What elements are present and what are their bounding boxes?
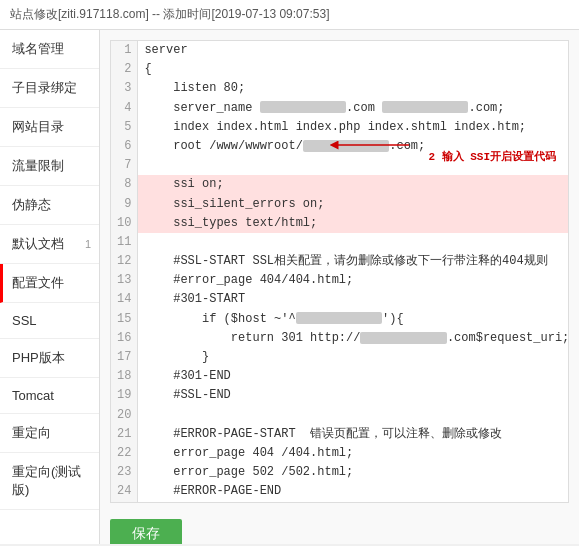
line-code: ssi on; [138,175,569,194]
sidebar-item-redirect-test[interactable]: 重定向(测试版) [0,453,99,510]
line-number: 5 [111,118,138,137]
sidebar: 域名管理子目录绑定网站目录流量限制伪静态默认文档1配置文件SSLPHP版本Tom… [0,30,100,544]
code-line-19: 19 #SSL-END [111,386,569,405]
code-line-21: 21 #ERROR-PAGE-START 错误页配置，可以注释、删除或修改 [111,425,569,444]
line-code: server_name .com .com; [138,99,569,118]
line-number: 1 [111,41,138,60]
code-line-13: 13 #error_page 404/404.html; [111,271,569,290]
line-number: 2 [111,60,138,79]
code-line-12: 12 #SSL-START SSL相关配置，请勿删除或修改下一行带注释的404规… [111,252,569,271]
line-code: error_page 502 /502.html; [138,463,569,482]
sidebar-item-traffic[interactable]: 流量限制 [0,147,99,186]
code-line-22: 22 error_page 404 /404.html; [111,444,569,463]
code-table: 1server2{3 listen 80;4 server_name .com … [111,41,569,502]
sidebar-item-domain[interactable]: 域名管理 [0,30,99,69]
line-number: 10 [111,214,138,233]
sidebar-item-tomcat[interactable]: Tomcat [0,378,99,414]
code-line-14: 14 #301-START [111,290,569,309]
sidebar-item-website[interactable]: 网站目录 [0,108,99,147]
line-number: 21 [111,425,138,444]
line-number: 22 [111,444,138,463]
code-line-16: 16 return 301 http:// .com$request_uri; [111,329,569,348]
code-line-15: 15 if ($host ~'^ '){ [111,310,569,329]
page-title: 站点修改[ziti.917118.com] -- 添加时间[2019-07-13… [10,7,329,21]
line-code: ssi_silent_errors on; [138,195,569,214]
line-code: { [138,60,569,79]
code-line-2: 2{ [111,60,569,79]
line-code [138,233,569,252]
line-code [138,406,569,425]
content-area: 1server2{3 listen 80;4 server_name .com … [100,30,579,544]
sidebar-item-pseudo[interactable]: 伪静态 [0,186,99,225]
line-number: 3 [111,79,138,98]
line-number: 15 [111,310,138,329]
line-code: ssi_types text/html; [138,214,569,233]
top-bar: 站点修改[ziti.917118.com] -- 添加时间[2019-07-13… [0,0,579,30]
line-number: 4 [111,99,138,118]
code-line-17: 17 } [111,348,569,367]
line-number: 18 [111,367,138,386]
line-number: 23 [111,463,138,482]
line-code: if ($host ~'^ '){ [138,310,569,329]
line-number: 24 [111,482,138,501]
line-number: 12 [111,252,138,271]
line-code: #error_page 404/404.html; [138,271,569,290]
line-code: listen 80; [138,79,569,98]
code-line-23: 23 error_page 502 /502.html; [111,463,569,482]
sidebar-item-php[interactable]: PHP版本 [0,339,99,378]
line-code: #ERROR-PAGE-END [138,482,569,501]
sidebar-item-ssl[interactable]: SSL [0,303,99,339]
code-line-10: 10 ssi_types text/html; [111,214,569,233]
line-number: 11 [111,233,138,252]
code-line-8: 8 ssi on; [111,175,569,194]
line-number: 8 [111,175,138,194]
line-code: server [138,41,569,60]
line-code: #ERROR-PAGE-START 错误页配置，可以注释、删除或修改 [138,425,569,444]
code-line-1: 1server [111,41,569,60]
line-number: 16 [111,329,138,348]
arrow-svg [329,130,409,160]
line-number: 9 [111,195,138,214]
sidebar-item-default-doc[interactable]: 默认文档1 [0,225,99,264]
code-line-24: 24 #ERROR-PAGE-END [111,482,569,501]
code-line-3: 3 listen 80; [111,79,569,98]
line-number: 13 [111,271,138,290]
line-code: error_page 404 /404.html; [138,444,569,463]
line-number: 6 [111,137,138,156]
line-code: } [138,348,569,367]
sidebar-item-config[interactable]: 配置文件 [0,264,99,303]
code-block: 1server2{3 listen 80;4 server_name .com … [110,40,569,503]
code-line-4: 4 server_name .com .com; [111,99,569,118]
line-code: #301-END [138,367,569,386]
code-line-20: 20 [111,406,569,425]
badge-default-doc: 1 [85,238,91,250]
line-number: 7 [111,156,138,175]
sidebar-item-redirect[interactable]: 重定向 [0,414,99,453]
line-code: #SSL-START SSL相关配置，请勿删除或修改下一行带注释的404规则 [138,252,569,271]
code-line-18: 18 #301-END [111,367,569,386]
sidebar-item-subdir[interactable]: 子目录绑定 [0,69,99,108]
save-button[interactable]: 保存 [110,519,182,545]
line-number: 14 [111,290,138,309]
line-code: return 301 http:// .com$request_uri; [138,329,569,348]
line-code: #301-START [138,290,569,309]
line-number: 19 [111,386,138,405]
code-line-9: 9 ssi_silent_errors on; [111,195,569,214]
line-number: 20 [111,406,138,425]
code-line-11: 11 [111,233,569,252]
line-number: 17 [111,348,138,367]
line-code: #SSL-END [138,386,569,405]
